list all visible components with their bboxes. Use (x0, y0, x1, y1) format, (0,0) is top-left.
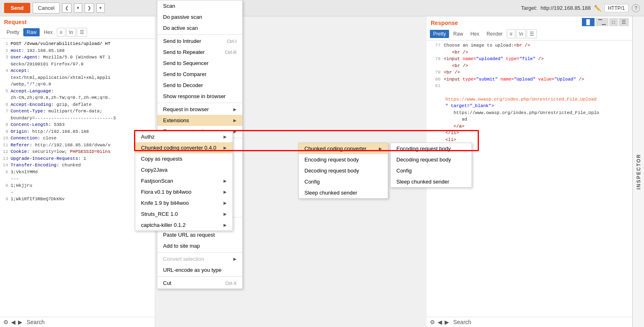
cancel-button[interactable]: Cancel (33, 2, 60, 13)
nav-forward-button[interactable]: ❯ (85, 3, 94, 13)
cm-item-extensions[interactable]: Extensions▶ (157, 115, 242, 126)
resp-tab-icon-format[interactable]: ≡ (507, 29, 515, 38)
nav-forward-dropdown-button[interactable]: ▾ (96, 3, 105, 13)
nav-dropdown-button[interactable]: ▾ (74, 3, 82, 13)
cm-item-sequencer[interactable]: Send to Sequencer (157, 58, 242, 69)
chunked-item-sleep[interactable]: Sleep chunked sender (299, 187, 388, 198)
resp-bottom-icon-1[interactable]: ⚙ (430, 319, 435, 325)
bottom-icon-3[interactable]: ▶ (18, 319, 22, 325)
cm-item-decoder[interactable]: Send to Decoder (157, 80, 242, 91)
target-info: Target: http://192.168.85.188 ✏️ HTTP/1 … (521, 4, 640, 12)
request-bottom-bar: ⚙ ◀ ▶ Search (0, 317, 155, 327)
chunked-submenu: Chunked coding converter▶ Encoding reque… (298, 143, 388, 199)
toolbar: Send Cancel ❮ ▾ ❯ ▾ Target: http://192.1… (0, 0, 644, 16)
ext-item-copy2java[interactable]: Copy2Java (135, 164, 233, 175)
request-title: Request (0, 16, 155, 26)
ext-item-authz[interactable]: Authz▶ (135, 131, 233, 142)
cm-item-intruder[interactable]: Send to IntruderCtrl-I (157, 36, 242, 47)
enc-item-decode-body[interactable]: Decoding request body (391, 154, 472, 165)
cm-item-url-encode[interactable]: URL-encode as you type (157, 264, 242, 275)
ext-item-struts[interactable]: Struts_RCE 1.0▶ (135, 208, 233, 219)
tab-icon-format[interactable]: ≡ (57, 28, 65, 37)
view-single-button[interactable]: □ (609, 18, 618, 26)
cm-item-repeater[interactable]: Send to RepeaterCtrl-R (157, 47, 242, 58)
chunked-item-decode[interactable]: Decoding request body (299, 165, 388, 176)
send-button[interactable]: Send (4, 3, 30, 13)
divider-2 (157, 103, 242, 103)
chunked-item-config[interactable]: Config (299, 176, 388, 187)
cm-item-paste-url[interactable]: Paste URL as request (157, 229, 242, 240)
tab-hex-response[interactable]: Hex (467, 30, 482, 38)
enc-item-sleep[interactable]: Sleep chunked sender (391, 176, 472, 187)
cm-item-active-scan[interactable]: Do active scan (157, 22, 242, 34)
http-version-badge[interactable]: HTTP/1 (604, 4, 628, 12)
target-label: Target: (521, 5, 537, 11)
response-header-row: Response ▐▌ ▔▁ □ ☰ (427, 16, 632, 28)
resp-tab-icon-menu[interactable]: ☰ (527, 29, 537, 38)
bottom-icon-1[interactable]: ⚙ (3, 319, 9, 325)
help-icon[interactable]: ? (632, 4, 640, 12)
nav-back-button[interactable]: ❮ (62, 3, 72, 13)
chunked-item-converter[interactable]: Chunked coding converter▶ (299, 143, 388, 154)
edit-target-icon[interactable]: ✏️ (594, 5, 601, 11)
chunked-item-encode[interactable]: Encoding request body (299, 154, 388, 165)
extensions-submenu: Authz▶ Chunked coding converter 0.4.0▶ C… (135, 131, 233, 231)
view-menu-button[interactable]: ☰ (619, 18, 629, 26)
request-panel: Request Pretty Raw Hex ≡ \n ☰ 1POST /dvw… (0, 16, 155, 327)
ext-item-fastjson[interactable]: FastjsonScan▶ (135, 175, 233, 186)
divider-6 (157, 276, 242, 277)
resp-bottom-icon-3[interactable]: ▶ (445, 319, 449, 325)
divider-1 (157, 34, 242, 35)
tab-icon-ln[interactable]: \n (66, 28, 76, 37)
tab-render-response[interactable]: Render (483, 30, 506, 38)
tab-raw-request[interactable]: Raw (23, 28, 40, 36)
resp-bottom-icon-2[interactable]: ◀ (438, 319, 442, 325)
cm-item-passive-scan[interactable]: Do passive scan (157, 11, 242, 22)
enc-item-encode-body[interactable]: Encoding request body (391, 143, 472, 154)
bottom-search[interactable]: Search (27, 319, 45, 325)
ext-item-fiora[interactable]: Fiora v0.1 by bit4woo▶ (135, 186, 233, 197)
cm-item-cut[interactable]: CutCtrl-X (157, 278, 242, 289)
response-tab-bar: Pretty Raw Hex Render ≡ \n ☰ (427, 28, 632, 40)
ext-item-captcha[interactable]: captcha-killer 0.1.2▶ (135, 219, 233, 231)
response-title: Response (427, 17, 462, 27)
cm-item-comparer[interactable]: Send to Comparer (157, 69, 242, 80)
resp-bottom-search[interactable]: Search (453, 319, 471, 325)
ext-item-knife[interactable]: Knife 1.9 by bit4woo▶ (135, 197, 233, 208)
tab-pretty-response[interactable]: Pretty (430, 30, 449, 38)
tab-hex-request[interactable]: Hex (40, 28, 56, 36)
enc-item-config[interactable]: Config (391, 165, 472, 176)
resp-tab-icon-ln[interactable]: \n (516, 29, 526, 38)
tab-icon-menu[interactable]: ☰ (77, 28, 87, 37)
view-buttons: ▐▌ ▔▁ □ ☰ (579, 16, 632, 28)
target-url: http://192.168.85.188 (541, 5, 591, 11)
inspector-label: INSPECTOR (636, 154, 642, 190)
tab-pretty-request[interactable]: Pretty (3, 28, 22, 36)
response-bottom-bar: ⚙ ◀ ▶ Search (427, 317, 632, 327)
cm-item-show-response[interactable]: Show response in browser (157, 91, 242, 102)
main-area: Request Pretty Raw Hex ≡ \n ☰ 1POST /dvw… (0, 16, 644, 327)
ext-item-copy-requests[interactable]: Copy as requests (135, 153, 233, 164)
cm-item-add-sitemap[interactable]: Add to site map (157, 240, 242, 251)
cm-item-request-browser[interactable]: Request in browser▶ (157, 104, 242, 115)
bottom-icon-2[interactable]: ◀ (11, 319, 16, 325)
tab-raw-response[interactable]: Raw (450, 30, 466, 38)
request-tab-bar: Pretty Raw Hex ≡ \n ☰ (0, 26, 155, 39)
cm-item-convert: Convert selection▶ (157, 253, 242, 264)
request-content: 1POST /dvwa/vulnerabilities/upload/ HT 2… (0, 39, 155, 317)
ext-item-chunked[interactable]: Chunked coding converter 0.4.0▶ (135, 142, 233, 153)
view-split-h-button[interactable]: ▐▌ (582, 18, 595, 26)
inspector-sidebar: INSPECTOR (633, 16, 644, 327)
encoding-submenu: Encoding request body Decoding request b… (390, 143, 472, 188)
cm-item-scan[interactable]: Scan (157, 0, 242, 11)
view-split-v-button[interactable]: ▔▁ (595, 18, 608, 26)
divider-5 (157, 252, 242, 253)
